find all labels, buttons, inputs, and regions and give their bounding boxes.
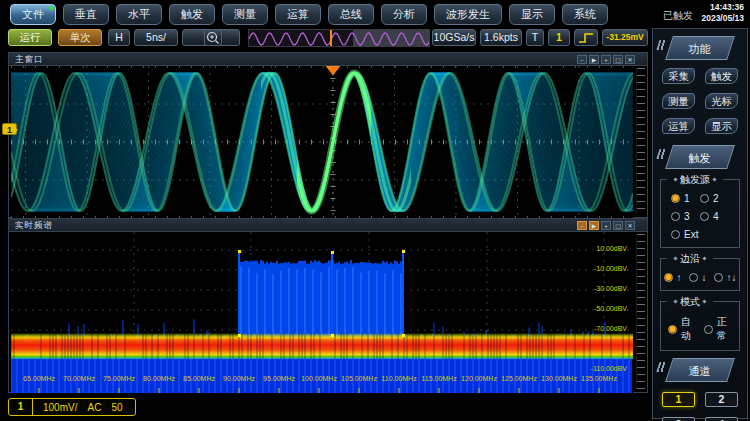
radio-label: 自动 — [681, 315, 697, 343]
menu-item-11[interactable]: 系统 — [562, 4, 608, 25]
edge-option-↓[interactable]: ↓ — [689, 272, 707, 283]
radio-label: 2 — [713, 193, 719, 204]
function-buttons: 采集触发测量光标运算显示 — [653, 66, 747, 138]
channel1-level-marker[interactable]: 1 — [2, 123, 17, 135]
menu-item-4[interactable]: 触发 — [169, 4, 215, 25]
window-button-2[interactable]: ▶ — [589, 55, 599, 64]
radio-icon — [671, 230, 680, 239]
vertical-scale-ticks — [636, 68, 645, 214]
single-button[interactable]: 单次 — [58, 29, 102, 46]
main-window-controls: −▶+▢✕ — [577, 55, 635, 64]
menu-item-6[interactable]: 运算 — [275, 4, 321, 25]
radio-icon — [664, 273, 673, 282]
date-label: 2023/05/13 — [701, 13, 744, 24]
active-menu-indicator — [49, 6, 53, 10]
run-button[interactable]: 运行 — [8, 29, 52, 46]
radio-label: ↓ — [702, 272, 707, 283]
menu-item-8[interactable]: 分析 — [381, 4, 427, 25]
trigger-source-option-4[interactable]: 4 — [700, 211, 729, 222]
mode-option-正常[interactable]: 正常 — [704, 315, 733, 343]
trigger-edge-chip[interactable] — [574, 29, 598, 46]
channel-button-2[interactable]: 2 — [705, 392, 738, 407]
menu-item-7[interactable]: 总线 — [328, 4, 374, 25]
window-button-5[interactable]: ✕ — [625, 221, 635, 230]
window-button-5[interactable]: ✕ — [625, 55, 635, 64]
function-button-6[interactable]: 显示 — [705, 118, 738, 134]
main-window-title: 主窗口 — [9, 53, 647, 66]
window-button-1[interactable]: − — [577, 221, 587, 230]
oscilloscope-screen: { "titlebar": { "menu_items": ["文件","垂直"… — [0, 0, 750, 421]
mode-group: 模式 自动正常 — [660, 301, 740, 351]
window-button-4[interactable]: ▢ — [613, 221, 623, 230]
mode-title: 模式 — [667, 295, 713, 309]
menu-item-3[interactable]: 水平 — [116, 4, 162, 25]
spectrum-window-controls: −▶+▢✕ — [577, 221, 635, 230]
radio-icon — [671, 212, 680, 221]
preview-svg — [249, 30, 429, 46]
edge-option-↑↓[interactable]: ↑↓ — [714, 272, 737, 283]
db-scale-ticks — [636, 234, 645, 389]
trigger-section-header[interactable]: 触发 — [665, 145, 735, 169]
channel-section-header[interactable]: 通道 — [665, 358, 735, 382]
function-section-header[interactable]: 功能 — [665, 36, 735, 60]
spectrum-window: 实时频谱 −▶+▢✕ — [8, 218, 648, 393]
channel-button-1[interactable]: 1 — [662, 392, 695, 407]
function-button-2[interactable]: 触发 — [705, 68, 738, 84]
impedance: 50 — [111, 402, 122, 413]
trigger-t-chip[interactable]: T — [526, 29, 544, 46]
trigger-source-option-3[interactable]: 3 — [671, 211, 700, 222]
horizontal-button[interactable]: H — [108, 29, 130, 46]
trigger-source-title: 触发源 — [667, 173, 723, 187]
mode-option-自动[interactable]: 自动 — [668, 315, 697, 343]
rising-edge-icon — [577, 31, 595, 45]
radio-icon — [714, 273, 723, 282]
trigger-source-chip[interactable]: 1 — [548, 29, 570, 46]
coupling: AC — [87, 402, 101, 413]
channel-button-4[interactable]: 4 — [705, 417, 738, 421]
time-label: 14:43:36 — [701, 2, 744, 13]
toolbar: 运行 单次 H 5ns/ 0s 10GSa/s 1.6kpts T 1 -31.… — [0, 28, 650, 49]
radio-label: ↑ — [677, 272, 682, 283]
radio-icon — [700, 212, 709, 221]
channel1-status-badge[interactable]: 1 100mV/ AC 50 — [8, 398, 136, 416]
function-button-5[interactable]: 运算 — [662, 118, 695, 134]
menu-item-10[interactable]: 显示 — [509, 4, 555, 25]
magnifier-plus-icon — [206, 31, 220, 45]
menu-item-5[interactable]: 测量 — [222, 4, 268, 25]
window-button-3[interactable]: + — [601, 55, 611, 64]
trigger-source-option-1[interactable]: 1 — [671, 193, 700, 204]
radio-icon — [671, 194, 680, 203]
zoom-button[interactable] — [204, 29, 222, 46]
trigger-source-group: 触发源 1234Ext — [660, 179, 740, 248]
radio-label: 4 — [713, 211, 719, 222]
radio-icon — [668, 325, 677, 334]
vertical-scale: 100mV/ — [43, 402, 77, 413]
function-button-1[interactable]: 采集 — [662, 68, 695, 84]
menu-item-2[interactable]: 垂直 — [63, 4, 109, 25]
window-button-1[interactable]: − — [577, 55, 587, 64]
window-button-3[interactable]: + — [601, 221, 611, 230]
function-button-4[interactable]: 光标 — [705, 93, 738, 109]
menu-bar: 文件垂直水平触发测量运算总线分析波形发生显示系统 — [10, 2, 608, 26]
menu-item-9[interactable]: 波形发生 — [434, 4, 502, 25]
radio-icon — [689, 273, 698, 282]
trigger-source-option-2[interactable]: 2 — [700, 193, 729, 204]
trigger-source-option-Ext[interactable]: Ext — [671, 229, 700, 240]
main-waveform-plot — [11, 66, 633, 222]
timebase-button[interactable]: 5ns/ — [134, 29, 178, 46]
trigger-level-chip[interactable]: -31.25mV — [602, 29, 648, 46]
edge-group: 边沿 ↑↓↑↓ — [660, 258, 740, 291]
window-button-2[interactable]: ▶ — [589, 221, 599, 230]
function-button-3[interactable]: 测量 — [662, 93, 695, 109]
edge-title: 边沿 — [667, 252, 713, 266]
menu-item-1[interactable]: 文件 — [10, 4, 56, 25]
spectrum-svg — [11, 232, 633, 393]
spectrum-window-title: 实时频谱 — [9, 219, 647, 232]
window-button-4[interactable]: ▢ — [613, 55, 623, 64]
radio-label: ↑↓ — [727, 272, 737, 283]
waveform-preview[interactable] — [248, 29, 430, 47]
channel-button-3[interactable]: 3 — [662, 417, 695, 421]
main-waveform-window: 主窗口 −▶+▢✕ 1 — [8, 52, 648, 218]
clock: 14:43:36 2023/05/13 — [701, 2, 744, 24]
edge-option-↑[interactable]: ↑ — [664, 272, 682, 283]
